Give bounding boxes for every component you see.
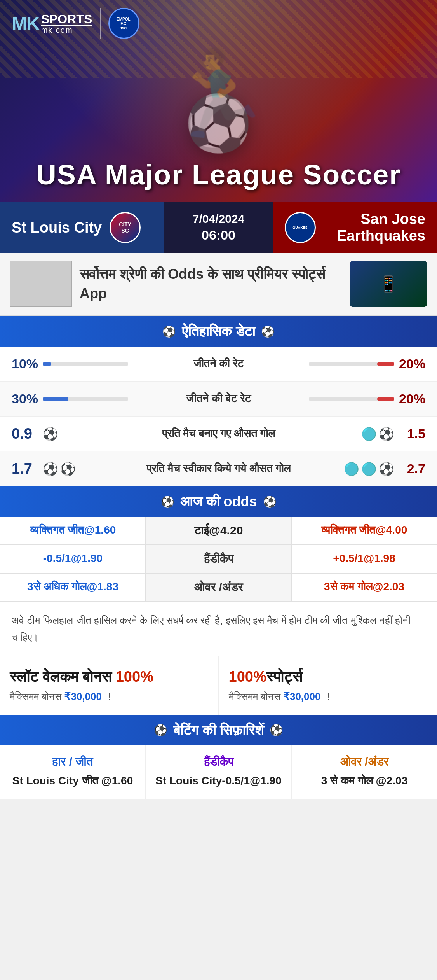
match-date: 7/04/2024 xyxy=(193,212,244,226)
promo-image-placeholder xyxy=(10,261,72,307)
stat-icons-right-3: 🔴 ⚽ xyxy=(363,427,394,441)
odds-cell-3-left[interactable]: 3से अधिक गोल@1.83 xyxy=(0,573,146,602)
team-left-name: St Louis City xyxy=(12,219,102,236)
stat-bar-fill-right-1 xyxy=(377,362,394,366)
odds-title: आज की odds xyxy=(180,494,257,510)
match-bar: St Louis City CITYSC 7/04/2024 06:00 QUA… xyxy=(0,202,437,253)
quakes-badge: QUAKES xyxy=(292,226,308,230)
stat-left-val-2: 30% xyxy=(12,391,43,406)
odds-cell-3-center: ओवर /अंडर xyxy=(146,573,291,602)
stat-left-val-4: 1.7 xyxy=(12,460,43,477)
ball-left-4-1: ⚽ xyxy=(43,462,58,476)
team-left-section: St Louis City CITYSC xyxy=(0,202,164,253)
odds-label-2: हैंडीकैप xyxy=(204,552,233,565)
betting-col-2: हैंडीकैप St Louis City-0.5/1@1.90 xyxy=(146,746,291,799)
stat-row-goals-conceded: 1.7 ⚽ ⚽ प्रति मैच स्वीकार किये गये औसत ग… xyxy=(0,452,437,486)
hero-banner: MK SPORTS mk.com EMPOLIF.C.1920 ⚽ 🏃‍♂️ U… xyxy=(0,0,437,202)
team-right-name: San Jose Earthquakes xyxy=(324,211,426,244)
stat-label-3: प्रति मैच बनाए गए औसत गोल xyxy=(74,427,363,440)
betting-type-1: हार / जीत xyxy=(8,755,138,769)
team-right-section: QUAKES San Jose Earthquakes xyxy=(273,202,437,253)
betting-grid: हार / जीत St Louis City जीत @1.60 हैंडीक… xyxy=(0,746,437,799)
bonus-left-highlight: 100% xyxy=(116,668,153,685)
bonus-section: स्लॉट वेलकम बोनस 100% मैक्सिमम बोनस ₹30,… xyxy=(0,656,437,715)
bonus-left-subtitle-text: मैक्सिमम बोनस xyxy=(10,691,64,702)
historical-title: ऐतिहासिक डेटा xyxy=(182,323,255,340)
ball-right-3-2: ⚽ xyxy=(379,427,394,441)
player-silhouettes: 🏃‍♂️ xyxy=(0,31,437,156)
stat-row-goals-scored: 0.9 ⚽ प्रति मैच बनाए गए औसत गोल 🔴 ⚽ 1.5 xyxy=(0,416,437,452)
odds-cell-1-left[interactable]: व्यक्तिगत जीत@1.60 xyxy=(0,517,146,545)
match-center: 7/04/2024 06:00 xyxy=(164,202,273,253)
odds-label-3: ओवर /अंडर xyxy=(194,581,243,593)
bonus-right[interactable]: 100%स्पोर्ट्स मैक्सिमम बोनस ₹30,000 ！ xyxy=(219,656,437,715)
stat-icons-right-4: 🔴 🔴 ⚽ xyxy=(363,462,394,476)
sports-text: SPORTS mk.com xyxy=(41,13,92,34)
betting-col-1: हार / जीत St Louis City जीत @1.60 xyxy=(0,746,146,799)
odds-val-2-right: +0.5/1@1.98 xyxy=(333,552,395,564)
ball-icon-left: ⚽ xyxy=(162,325,176,338)
stlouis-badge-text: CITYSC xyxy=(119,221,131,234)
ball-right-4-2: 🔴 xyxy=(361,462,377,476)
odds-cell-2-center: हैंडीकैप xyxy=(146,545,291,573)
stat-icons-left-4: ⚽ ⚽ xyxy=(43,462,74,476)
bonus-left-title: स्लॉट वेलकम बोनस 100% xyxy=(10,667,209,686)
promo-text: सर्वोत्तम श्रेणी की Odds के साथ प्रीमियर… xyxy=(80,264,342,304)
betting-rec-3: 3 से कम गोल @2.03 xyxy=(299,773,429,789)
odds-val-1-left: व्यक्तिगत जीत@1.60 xyxy=(30,524,116,536)
ball-left-4-2: ⚽ xyxy=(60,462,76,476)
stat-icons-left-3: ⚽ xyxy=(43,427,74,441)
match-time: 06:00 xyxy=(202,228,235,243)
notice-box: अवे टीम फिलहाल जीत हासिल करने के लिए संघ… xyxy=(0,602,437,656)
odds-cell-1-center[interactable]: टाई@4.20 xyxy=(146,517,291,545)
ball-icon-right: ⚽ xyxy=(261,325,275,338)
bonus-right-bang: ！ xyxy=(320,691,333,702)
betting-type-2: हैंडीकैप xyxy=(154,755,283,769)
betting-section: ⚽ बेटिंग की सिफ़ारिशें ⚽ हार / जीत St Lo… xyxy=(0,715,437,799)
bonus-right-subtitle: मैक्सिमम बोनस ₹30,000 ！ xyxy=(229,690,428,704)
betting-ball-right: ⚽ xyxy=(270,724,283,737)
stat-bar-fill-left-1 xyxy=(43,362,51,366)
odds-cell-3-right[interactable]: 3से कम गोल@2.03 xyxy=(291,573,437,602)
stat-row-bet-rate: 30% जीतने की बेट रेट 20% xyxy=(0,382,437,416)
stat-bar-fill-left-2 xyxy=(43,397,68,401)
stat-bar-fill-right-2 xyxy=(377,397,394,401)
bonus-left-amount: ₹30,000 xyxy=(64,691,102,702)
odds-cell-2-right[interactable]: +0.5/1@1.98 xyxy=(291,545,437,573)
stat-right-val-2: 20% xyxy=(394,391,425,406)
bonus-right-highlight: 100% xyxy=(229,668,266,685)
bonus-left[interactable]: स्लॉट वेलकम बोनस 100% मैक्सिमम बोनस ₹30,… xyxy=(0,656,219,715)
promo-phones-graphic: 📱 xyxy=(350,261,427,307)
historical-section: ⚽ ऐतिहासिक डेटा ⚽ 10% जीतने की रेट 20% 3… xyxy=(0,316,437,486)
betting-header: ⚽ बेटिंग की सिफ़ारिशें ⚽ xyxy=(0,715,437,746)
stat-bar-right-1 xyxy=(309,362,394,366)
odds-cell-2-left[interactable]: -0.5/1@1.90 xyxy=(0,545,146,573)
stat-right-val-3: 1.5 xyxy=(394,426,425,441)
stat-bar-right-2 xyxy=(309,397,394,401)
sj-logo: QUAKES xyxy=(285,212,316,243)
betting-title: बेटिंग की सिफ़ारिशें xyxy=(173,722,264,738)
stat-left-val-1: 10% xyxy=(12,356,43,371)
odds-grid: व्यक्तिगत जीत@1.60 टाई@4.20 व्यक्तिगत जी… xyxy=(0,517,437,602)
betting-col-3: ओवर /अंडर 3 से कम गोल @2.03 xyxy=(291,746,437,799)
bonus-left-bang: ！ xyxy=(102,691,115,702)
stat-bar-left-1 xyxy=(43,362,128,366)
empoli-text: EMPOLIF.C.1920 xyxy=(117,17,131,30)
odds-ball-left: ⚽ xyxy=(161,495,174,508)
bonus-right-title-text: स्पोर्ट्स xyxy=(266,668,302,685)
betting-rec-1: St Louis City जीत @1.60 xyxy=(8,773,138,789)
ball-left-3-1: ⚽ xyxy=(43,427,58,441)
odds-header: ⚽ आज की odds ⚽ xyxy=(0,486,437,517)
odds-val-3-left: 3से अधिक गोल@1.83 xyxy=(27,581,118,593)
stat-left-val-3: 0.9 xyxy=(12,425,43,442)
odds-cell-1-right[interactable]: व्यक्तिगत जीत@4.00 xyxy=(291,517,437,545)
bonus-left-subtitle: मैक्सिमम बोनस ₹30,000 ！ xyxy=(10,690,209,704)
stlouis-logo: CITYSC xyxy=(110,212,141,243)
odds-val-2-left: -0.5/1@1.90 xyxy=(43,552,103,564)
sports-label: SPORTS xyxy=(41,13,92,25)
promo-banner[interactable]: सर्वोत्तम श्रेणी की Odds के साथ प्रीमियर… xyxy=(0,253,437,316)
bonus-right-title: 100%स्पोर्ट्स xyxy=(229,667,428,686)
hero-title: USA Major League Soccer xyxy=(0,159,437,191)
bonus-right-amount: ₹30,000 xyxy=(283,691,321,702)
bonus-left-title-text: स्लॉट वेलकम बोनस xyxy=(10,668,116,685)
